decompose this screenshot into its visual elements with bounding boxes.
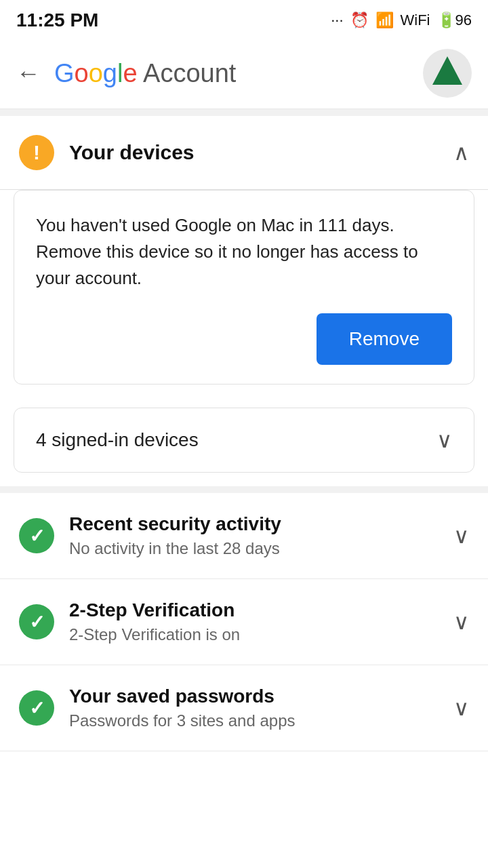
google-letter-g2: g	[103, 59, 117, 87]
battery-icon: 🔋96	[437, 12, 472, 29]
status-icons: ··· ⏰ 📶 WiFi 🔋96	[331, 12, 472, 29]
gap	[0, 398, 488, 408]
2step-title: 2-Step Verification	[69, 599, 240, 621]
recent-activity-text: Recent security activity No activity in …	[69, 513, 281, 558]
app-bar: ← Google Account	[0, 38, 488, 109]
back-button[interactable]: ←	[16, 59, 41, 87]
2step-subtitle: 2-Step Verification is on	[69, 625, 240, 644]
page-title: Google Account	[54, 59, 236, 88]
alarm-icon: ⏰	[350, 12, 369, 29]
avatar-image	[432, 56, 462, 85]
google-letter-g: G	[54, 59, 75, 87]
more-dots-icon: ···	[331, 12, 343, 29]
section-divider-mid	[0, 486, 488, 493]
remove-button[interactable]: Remove	[317, 313, 452, 365]
check-icon-2step: ✓	[19, 604, 54, 639]
checkmark: ✓	[29, 525, 45, 547]
check-icon-recent-activity: ✓	[19, 518, 54, 553]
check-icon-passwords: ✓	[19, 690, 54, 726]
chevron-down-icon: ∨	[436, 427, 452, 453]
security-item-2step[interactable]: ✓ 2-Step Verification 2-Step Verificatio…	[0, 579, 488, 665]
warning-icon: !	[19, 135, 54, 170]
passwords-title: Your saved passwords	[69, 686, 296, 707]
security-items-list: ✓ Recent security activity No activity i…	[0, 493, 488, 751]
signed-in-devices-row[interactable]: 4 signed-in devices ∨	[14, 408, 474, 473]
recent-activity-subtitle: No activity in the last 28 days	[69, 539, 281, 558]
alert-card-actions: Remove	[36, 313, 452, 365]
avatar[interactable]	[423, 49, 472, 98]
security-item-recent-activity[interactable]: ✓ Recent security activity No activity i…	[0, 493, 488, 579]
device-alert-card: You haven't used Google on Mac in 111 da…	[14, 190, 474, 384]
signal-icon: 📶	[375, 12, 394, 29]
checkmark-passwords: ✓	[29, 697, 45, 719]
passwords-text: Your saved passwords Passwords for 3 sit…	[69, 686, 296, 730]
passwords-subtitle: Passwords for 3 sites and apps	[69, 711, 296, 730]
chevron-down-icon-2step: ∨	[453, 609, 469, 635]
status-time: 11:25 PM	[16, 9, 98, 31]
recent-activity-left: ✓ Recent security activity No activity i…	[19, 513, 281, 558]
google-letter-o1: o	[75, 59, 89, 87]
section-header-left: ! Your devices	[19, 135, 195, 170]
2step-text: 2-Step Verification 2-Step Verification …	[69, 599, 240, 644]
status-bar: 11:25 PM ··· ⏰ 📶 WiFi 🔋96	[0, 0, 488, 38]
checkmark-2step: ✓	[29, 611, 45, 633]
gap2	[0, 473, 488, 486]
google-letter-o2: o	[89, 59, 103, 87]
chevron-down-icon-passwords: ∨	[453, 695, 469, 721]
signed-in-devices-label: 4 signed-in devices	[36, 429, 199, 451]
2step-left: ✓ 2-Step Verification 2-Step Verificatio…	[19, 599, 240, 644]
chevron-up-icon: ∧	[453, 140, 469, 165]
wifi-icon: WiFi	[401, 12, 430, 29]
alert-message: You haven't used Google on Mac in 111 da…	[36, 212, 452, 292]
your-devices-title: Your devices	[69, 141, 195, 164]
warning-exclamation: !	[33, 142, 40, 163]
passwords-left: ✓ Your saved passwords Passwords for 3 s…	[19, 686, 296, 730]
app-bar-left: ← Google Account	[16, 59, 236, 88]
recent-activity-title: Recent security activity	[69, 513, 281, 535]
account-label: Account	[138, 59, 237, 87]
google-letter-e: e	[123, 59, 137, 87]
security-item-passwords[interactable]: ✓ Your saved passwords Passwords for 3 s…	[0, 665, 488, 751]
your-devices-header[interactable]: ! Your devices ∧	[0, 116, 488, 189]
section-divider-top	[0, 109, 488, 116]
chevron-down-icon-activity: ∨	[453, 523, 469, 549]
